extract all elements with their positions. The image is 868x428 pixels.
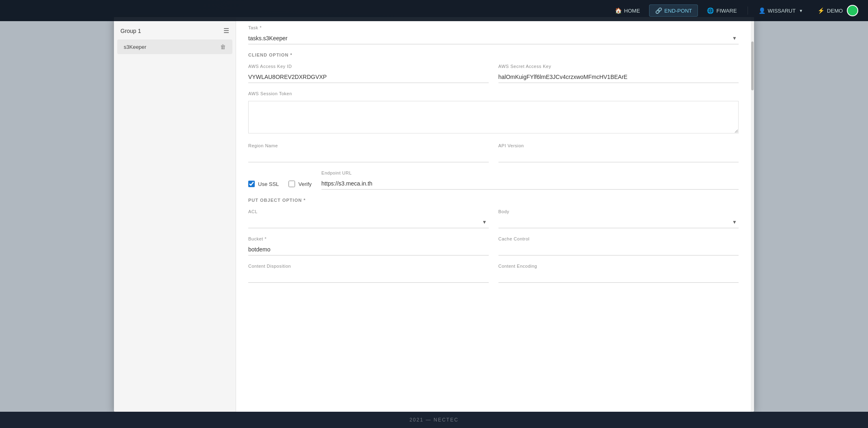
modal-dialog: Group 1 ☰ s3Keeper 🗑 Task * tasks.s3Keep… <box>114 17 754 412</box>
aws-access-key-group: AWS Access Key ID <box>248 64 489 83</box>
aws-secret-key-input[interactable] <box>498 71 739 83</box>
ssl-verify-endpoint-row: Use SSL Verify Endpoint URL <box>248 170 739 190</box>
sidebar-item-s3keeper[interactable]: s3Keeper 🗑 <box>117 39 232 54</box>
sidebar-group-title: Group 1 <box>120 28 141 34</box>
sidebar-item-label: s3Keeper <box>124 44 146 50</box>
nav-home-label: HOME <box>624 8 640 14</box>
content-disposition-input[interactable] <box>248 271 489 283</box>
aws-access-key-label: AWS Access Key ID <box>248 64 489 69</box>
aws-session-token-group: AWS Session Token <box>248 91 739 135</box>
client-option-title: CLIEND OPTION * <box>248 52 739 57</box>
home-icon: 🏠 <box>615 7 622 14</box>
nav-endpoint[interactable]: 🔗 END-PONT <box>649 4 698 17</box>
acl-select[interactable] <box>248 216 489 228</box>
verify-checkbox[interactable] <box>289 181 295 187</box>
bucket-label: Bucket * <box>248 236 489 241</box>
user-icon: 👤 <box>759 7 765 14</box>
body-select[interactable] <box>498 216 739 228</box>
content-encoding-label: Content Encoding <box>498 264 739 269</box>
top-navigation: 🏠 HOME 🔗 END-PONT 🌐 FIWARE 👤 WISSARUT ▼ … <box>0 0 868 21</box>
modal-scrollbar[interactable] <box>751 17 754 412</box>
api-version-label: API Version <box>498 143 739 148</box>
use-ssl-checkbox[interactable] <box>248 181 255 187</box>
use-ssl-label[interactable]: Use SSL <box>248 181 279 187</box>
aws-secret-key-label: AWS Secret Access Key <box>498 64 739 69</box>
verify-label[interactable]: Verify <box>289 181 312 187</box>
cache-control-label: Cache Control <box>498 236 739 241</box>
acl-body-row: ACL ▼ Body ▼ <box>248 209 739 228</box>
content-disposition-label: Content Disposition <box>248 264 489 269</box>
region-name-input[interactable] <box>248 151 489 162</box>
body-label: Body <box>498 209 739 214</box>
endpoint-icon: 🔗 <box>655 7 662 14</box>
region-api-row: Region Name API Version <box>248 143 739 162</box>
task-select-wrapper: tasks.s3Keeper ▼ <box>248 33 739 44</box>
delete-icon[interactable]: 🗑 <box>220 44 226 50</box>
bucket-input[interactable] <box>248 244 489 255</box>
sidebar-menu-icon[interactable]: ☰ <box>223 27 229 35</box>
acl-select-wrapper: ▼ <box>248 216 489 228</box>
task-label: Task * <box>248 25 739 30</box>
api-version-input[interactable] <box>498 151 739 162</box>
content-encoding-input[interactable] <box>498 271 739 283</box>
cache-control-input[interactable] <box>498 244 739 255</box>
nav-fiware[interactable]: 🌐 FIWARE <box>701 5 742 16</box>
aws-session-token-textarea[interactable] <box>248 101 739 133</box>
task-field-group: Task * tasks.s3Keeper ▼ <box>248 25 739 44</box>
aws-secret-key-group: AWS Secret Access Key <box>498 64 739 83</box>
cache-control-group: Cache Control <box>498 236 739 255</box>
nav-user[interactable]: 👤 WISSARUT ▼ <box>753 5 809 16</box>
body-select-wrapper: ▼ <box>498 216 739 228</box>
bucket-cache-row: Bucket * Cache Control <box>248 236 739 255</box>
content-disposition-group: Content Disposition <box>248 264 489 283</box>
region-name-group: Region Name <box>248 143 489 162</box>
endpoint-url-input[interactable] <box>321 178 739 190</box>
aws-credentials-row: AWS Access Key ID AWS Secret Access Key <box>248 64 739 83</box>
status-indicator <box>847 5 858 16</box>
footer: 2021 — NECTEC <box>0 412 868 428</box>
nav-endpoint-label: END-PONT <box>665 8 692 14</box>
content-disposition-encoding-row: Content Disposition Content Encoding <box>248 264 739 283</box>
region-name-label: Region Name <box>248 143 489 148</box>
user-chevron-icon: ▼ <box>799 9 803 13</box>
task-select[interactable]: tasks.s3Keeper <box>248 33 739 44</box>
endpoint-url-label: Endpoint URL <box>321 170 739 175</box>
acl-group: ACL ▼ <box>248 209 489 228</box>
right-panel <box>754 21 868 412</box>
put-object-title: PUT OBJECT OPTION * <box>248 198 739 203</box>
acl-label: ACL <box>248 209 489 214</box>
aws-access-key-input[interactable] <box>248 71 489 83</box>
fiware-icon: 🌐 <box>707 7 714 14</box>
left-panel <box>0 21 114 412</box>
content-encoding-group: Content Encoding <box>498 264 739 283</box>
body-group: Body ▼ <box>498 209 739 228</box>
nav-user-label: WISSARUT <box>768 8 796 14</box>
api-version-group: API Version <box>498 143 739 162</box>
checkbox-row: Use SSL Verify <box>248 181 312 190</box>
demo-icon: ⚡ <box>818 7 824 14</box>
scrollbar-thumb <box>751 41 754 90</box>
footer-text: 2021 — NECTEC <box>409 417 459 423</box>
nav-home[interactable]: 🏠 HOME <box>609 5 646 16</box>
endpoint-url-group: Endpoint URL <box>321 170 739 190</box>
sidebar-group-header: Group 1 ☰ <box>114 24 236 39</box>
modal-main-content: Task * tasks.s3Keeper ▼ CLIEND OPTION * … <box>236 17 751 412</box>
bucket-group: Bucket * <box>248 236 489 255</box>
aws-session-token-label: AWS Session Token <box>248 91 739 96</box>
modal-sidebar: Group 1 ☰ s3Keeper 🗑 <box>114 17 236 412</box>
nav-divider-1 <box>748 7 748 15</box>
nav-demo-label: DEMO <box>827 8 843 14</box>
nav-fiware-label: FIWARE <box>716 8 737 14</box>
